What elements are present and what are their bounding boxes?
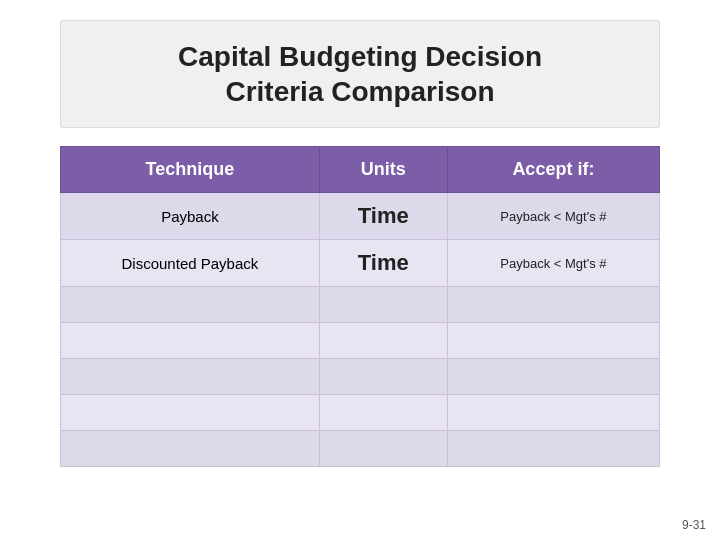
technique-cell: Payback — [61, 193, 320, 240]
accept-cell: Payback < Mgt's # — [447, 240, 659, 287]
table-row: Discounted PaybackTimePayback < Mgt's # — [61, 240, 660, 287]
table-row: PaybackTimePayback < Mgt's # — [61, 193, 660, 240]
table-row-empty — [61, 323, 660, 359]
title-box: Capital Budgeting Decision Criteria Comp… — [60, 20, 660, 128]
col-header-units: Units — [319, 147, 447, 193]
comparison-table: Technique Units Accept if: PaybackTimePa… — [60, 146, 660, 467]
table-row-empty — [61, 287, 660, 323]
title-line2: Criteria Comparison — [225, 76, 494, 107]
slide-number: 9-31 — [682, 518, 706, 532]
col-header-technique: Technique — [61, 147, 320, 193]
page-container: Capital Budgeting Decision Criteria Comp… — [0, 0, 720, 540]
title-line1: Capital Budgeting Decision — [178, 41, 542, 72]
table-row-empty — [61, 359, 660, 395]
table-row-empty — [61, 431, 660, 467]
units-cell: Time — [319, 193, 447, 240]
table-row-empty — [61, 395, 660, 431]
technique-cell: Discounted Payback — [61, 240, 320, 287]
units-cell: Time — [319, 240, 447, 287]
table-header-row: Technique Units Accept if: — [61, 147, 660, 193]
col-header-accept: Accept if: — [447, 147, 659, 193]
page-title: Capital Budgeting Decision Criteria Comp… — [81, 39, 639, 109]
accept-cell: Payback < Mgt's # — [447, 193, 659, 240]
